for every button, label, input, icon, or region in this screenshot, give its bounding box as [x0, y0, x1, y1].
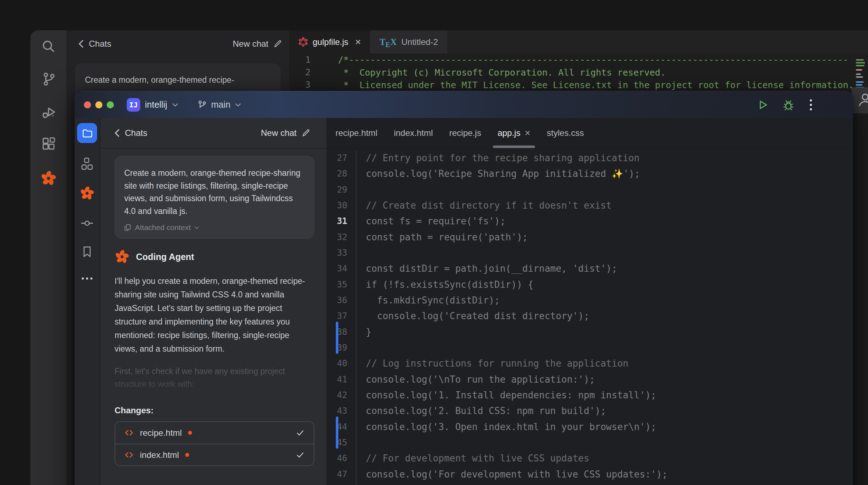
tab-app-js[interactable]: app.js × — [489, 118, 539, 148]
line-number: 32 — [327, 229, 357, 245]
line-number: 30 — [327, 198, 357, 213]
commit-icon[interactable] — [80, 216, 94, 231]
code-line: 1 /*------------------------------------… — [289, 53, 854, 66]
project-selector[interactable]: IJ intellij — [127, 98, 178, 112]
new-chat-label: New chat — [233, 39, 268, 49]
modified-dot — [185, 453, 189, 457]
code-line: 40 // Log instructions for running the a… — [327, 356, 853, 371]
code-line: 33 — [327, 245, 853, 261]
new-chat-button[interactable]: New chat — [261, 128, 310, 138]
tab-close-icon[interactable]: × — [355, 37, 361, 47]
vcs-change-marker[interactable] — [336, 417, 338, 449]
changed-file-row-partial — [115, 466, 314, 474]
code-text: const path = require('path'); — [357, 232, 528, 242]
desktop: Chats New chat Create a modern, orange-t… — [0, 0, 868, 485]
line-number: 27 — [327, 150, 357, 166]
tex-icon: TEX — [379, 37, 397, 47]
code-text: * Copyright (c) Microsoft Corporation. A… — [318, 67, 666, 78]
new-chat-button[interactable]: New chat — [233, 39, 282, 49]
changed-file-row[interactable]: index.html — [115, 444, 314, 465]
account-button[interactable] — [852, 87, 868, 113]
vcs-change-marker[interactable] — [336, 322, 338, 354]
code-line: 46 // For development with live CSS upda… — [327, 450, 853, 466]
chats-back-button[interactable]: Chats — [79, 39, 111, 49]
project-tool-button[interactable] — [77, 123, 97, 143]
code-text: if (!fs.existsSync(distDir)) { — [357, 279, 534, 290]
title-bar: IJ intellij main — [75, 91, 853, 118]
code-file-icon — [125, 450, 133, 459]
line-number: 33 — [327, 245, 357, 261]
code-text: console.log('Created dist directory'); — [357, 311, 589, 321]
code-line: 36 fs.mkdirSync(distDir); — [327, 292, 853, 308]
tab-recipe-html[interactable]: recipe.html — [327, 118, 385, 148]
code-line: 38 } — [327, 324, 853, 340]
tab-close-icon[interactable]: × — [525, 128, 530, 138]
code-line: 41 console.log('\nTo run the application… — [327, 372, 853, 387]
code-line: 44 console.log('3. Open index.html in yo… — [327, 419, 853, 435]
minimize-window-button[interactable] — [95, 101, 102, 108]
run-and-debug-icon[interactable] — [41, 104, 56, 119]
line-number: 38 — [327, 324, 357, 340]
more-actions-button[interactable] — [809, 99, 813, 111]
background-tab-bar: gulpfile.js × TEX Untitled-2 — [289, 30, 868, 53]
pencil-icon — [302, 129, 310, 137]
check-icon — [296, 451, 304, 459]
maximize-window-button[interactable] — [107, 101, 114, 108]
code-text: // Create dist directory if it doesn't e… — [357, 200, 612, 211]
branch-selector[interactable]: main — [197, 99, 241, 110]
tab-untitled-2[interactable]: TEX Untitled-2 — [370, 30, 447, 53]
tab-styles-css[interactable]: styles.css — [539, 118, 592, 148]
agent-message-streaming: First, let's check if we have any existi… — [115, 365, 310, 390]
person-icon — [857, 92, 868, 109]
minimap[interactable] — [854, 53, 868, 485]
changed-file-row[interactable]: recipe.html — [115, 422, 314, 444]
back-chevron-icon — [79, 39, 84, 48]
code-line: 39 — [327, 340, 853, 356]
editor-area: recipe.html index.html recipe.js app.js … — [327, 118, 853, 485]
line-number: 48 — [327, 482, 357, 485]
code-line: 30 // Create dist directory if it doesn'… — [327, 198, 853, 213]
attached-context-toggle[interactable]: Attached context — [124, 223, 305, 232]
line-number: 42 — [327, 387, 357, 403]
line-number: 43 — [327, 403, 357, 419]
line-number: 40 — [327, 356, 357, 371]
chats-back-button[interactable]: Chats — [115, 128, 147, 138]
more-tool-windows-icon[interactable] — [81, 276, 94, 282]
code-line: 28 console.log('Recipe Sharing App initi… — [327, 166, 853, 182]
chevron-down-icon — [235, 102, 241, 107]
source-control-icon[interactable] — [41, 72, 56, 87]
agent-header: Coding Agent — [115, 249, 314, 264]
graphql-icon — [298, 37, 308, 47]
run-button[interactable] — [757, 99, 768, 111]
bookmarks-icon[interactable] — [81, 246, 93, 259]
line-number: 3 — [289, 80, 318, 90]
folder-icon — [81, 127, 93, 139]
structure-icon[interactable] — [81, 157, 94, 172]
code-line: 29 — [327, 182, 853, 198]
line-number: 36 — [327, 292, 357, 308]
chevron-down-icon — [172, 102, 178, 107]
line-number: 31 — [327, 213, 357, 229]
code-line: 47 console.log('For development with liv… — [327, 466, 853, 482]
tab-gulpfile-js[interactable]: gulpfile.js × — [289, 30, 370, 53]
code-text: } — [357, 327, 372, 337]
close-window-button[interactable] — [84, 101, 91, 108]
code-text: // Log instructions for running the appl… — [357, 358, 629, 369]
tab-label: gulpfile.js — [313, 37, 348, 47]
tab-recipe-js[interactable]: recipe.js — [441, 118, 489, 148]
ai-plugin-icon[interactable] — [40, 170, 57, 187]
tab-index-html[interactable]: index.html — [385, 118, 441, 148]
user-message: Create a modern, orange-themed recipe-sh… — [115, 156, 314, 239]
tool-window-stripe — [75, 118, 100, 485]
code-text: console.log('For development with live C… — [357, 469, 667, 480]
code-line: 37 console.log('Created dist directory')… — [327, 308, 853, 324]
file-name: recipe.html — [140, 428, 182, 438]
branch-name: main — [211, 99, 231, 110]
code-area[interactable]: 27 // Entry point for the recipe sharing… — [327, 149, 853, 485]
debug-button[interactable] — [782, 99, 794, 111]
code-text: console.log('\nTo run the application:')… — [357, 374, 595, 385]
extensions-icon[interactable] — [41, 137, 56, 152]
search-icon[interactable] — [41, 39, 56, 54]
ai-plugin-icon[interactable] — [80, 186, 95, 202]
line-number: 45 — [327, 435, 357, 450]
